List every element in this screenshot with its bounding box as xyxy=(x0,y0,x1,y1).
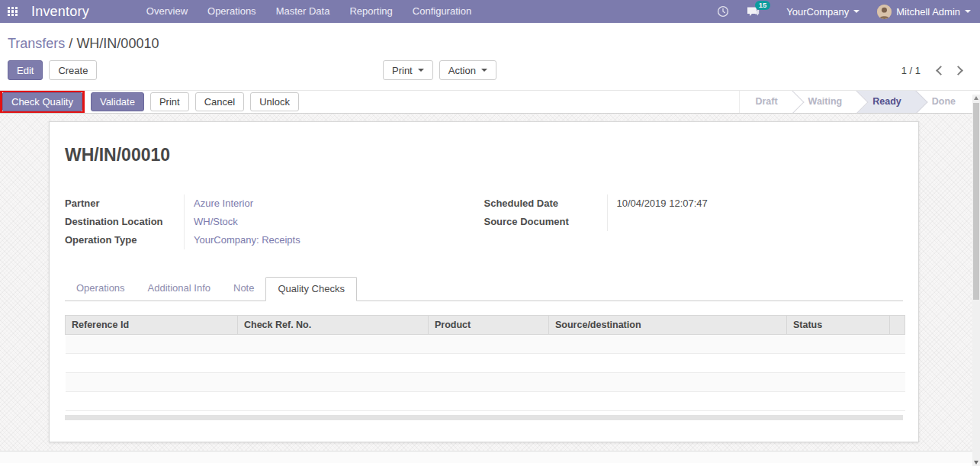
avatar xyxy=(877,5,892,19)
chevron-down-icon xyxy=(481,69,487,72)
app-menu: Overview Operations Master Data Reportin… xyxy=(137,0,481,23)
column-header-status[interactable]: Status xyxy=(787,316,890,335)
partner-link[interactable]: Azure Interior xyxy=(184,194,484,213)
page-vertical-scrollbar xyxy=(972,95,980,466)
pager-previous-icon[interactable] xyxy=(936,66,946,76)
menu-overview[interactable]: Overview xyxy=(137,0,198,23)
scheduled-date-value: 10/04/2019 12:07:47 xyxy=(607,194,904,213)
column-header-check-ref-no[interactable]: Check Ref. No. xyxy=(238,316,429,335)
print-dropdown-label: Print xyxy=(392,65,413,76)
table-horizontal-scrollbar[interactable] xyxy=(65,415,903,420)
field-scheduled-date: Scheduled Date 10/04/2019 12:07:47 xyxy=(484,194,904,213)
source-document-value xyxy=(607,213,904,231)
apps-grid-icon[interactable] xyxy=(8,7,18,17)
company-name: YourCompany xyxy=(786,6,849,18)
chevron-down-icon xyxy=(965,10,971,13)
field-label: Scheduled Date xyxy=(484,194,607,213)
pager-value: 1 / 1 xyxy=(901,65,921,76)
scrollbar-up-arrow-icon[interactable] xyxy=(974,96,978,100)
tab-quality-checks[interactable]: Quality Checks xyxy=(265,277,356,301)
status-draft: Draft xyxy=(740,91,792,113)
column-header-product[interactable]: Product xyxy=(429,316,549,335)
highlight-box: Check Quality xyxy=(0,90,85,114)
operation-type-link[interactable]: YourCompany: Receipts xyxy=(184,231,484,249)
breadcrumb-current: WH/IN/00010 xyxy=(76,36,159,51)
check-quality-button[interactable]: Check Quality xyxy=(2,92,82,111)
menu-reporting[interactable]: Reporting xyxy=(339,0,402,23)
tab-additional-info[interactable]: Additional Info xyxy=(137,277,222,301)
scrollbar-down-arrow-icon[interactable] xyxy=(974,461,978,464)
notebook-tabs: Operations Additional Info Note Quality … xyxy=(65,277,903,301)
quality-checks-table: Reference Id Check Ref. No. Product Sour… xyxy=(65,315,903,420)
company-switcher[interactable]: YourCompany xyxy=(786,6,860,18)
chevron-down-icon xyxy=(853,10,860,13)
table-row xyxy=(66,354,905,373)
print-button[interactable]: Print xyxy=(150,92,189,111)
table-row xyxy=(66,373,905,392)
breadcrumb-separator: / xyxy=(65,36,76,51)
breadcrumb: Transfers / WH/IN/00010 xyxy=(8,23,972,52)
status-pipeline: Draft Waiting Ready Done xyxy=(739,91,971,113)
navbar-right: 15 YourCompany Mitchell Admin xyxy=(717,5,971,19)
app-title[interactable]: Inventory xyxy=(31,4,89,20)
field-column-right: Scheduled Date 10/04/2019 12:07:47 Sourc… xyxy=(484,194,904,249)
field-label: Partner xyxy=(65,194,184,213)
validate-button[interactable]: Validate xyxy=(91,92,144,111)
table-row xyxy=(66,335,905,354)
user-menu[interactable]: Mitchell Admin xyxy=(877,5,971,19)
column-header-blank xyxy=(890,316,905,335)
actions-row: Edit Create Print Action 1 / 1 xyxy=(8,60,972,90)
menu-operations[interactable]: Operations xyxy=(198,0,266,23)
field-column-left: Partner Azure Interior Destination Locat… xyxy=(65,194,484,249)
field-destination-location: Destination Location WH/Stock xyxy=(65,213,484,231)
breadcrumb-transfers[interactable]: Transfers xyxy=(8,36,65,51)
chevron-down-icon xyxy=(418,69,424,72)
unlock-button[interactable]: Unlock xyxy=(250,92,299,111)
field-operation-type: Operation Type YourCompany: Receipts xyxy=(65,231,484,249)
form-statusbar: Check Quality Validate Print Cancel Unlo… xyxy=(0,90,980,114)
form-view-background: WH/IN/00010 Partner Azure Interior Desti… xyxy=(0,114,980,463)
field-source-document: Source Document xyxy=(484,213,904,231)
field-label: Source Document xyxy=(484,213,607,231)
control-panel: Transfers / WH/IN/00010 Edit Create Prin… xyxy=(0,23,980,90)
print-dropdown[interactable]: Print xyxy=(383,60,433,80)
column-header-reference-id[interactable]: Reference Id xyxy=(66,316,238,335)
record-title: WH/IN/00010 xyxy=(65,145,903,166)
pager: 1 / 1 xyxy=(901,65,972,76)
user-name: Mitchell Admin xyxy=(896,6,960,18)
action-dropdown-label: Action xyxy=(448,65,476,76)
statusbar-buttons: Check Quality Validate Print Cancel Unlo… xyxy=(0,90,299,114)
destination-location-link[interactable]: WH/Stock xyxy=(184,213,484,231)
center-actions: Print Action xyxy=(383,60,496,80)
activities-clock-icon[interactable] xyxy=(717,5,729,18)
tab-operations[interactable]: Operations xyxy=(65,277,137,301)
table-row xyxy=(66,392,905,411)
pager-next-icon[interactable] xyxy=(953,66,963,76)
create-button[interactable]: Create xyxy=(49,60,97,80)
scrollbar-thumb[interactable] xyxy=(973,103,979,300)
action-dropdown[interactable]: Action xyxy=(439,60,496,80)
column-header-source-destination[interactable]: Source/destination xyxy=(549,316,787,335)
top-navbar: Inventory Overview Operations Master Dat… xyxy=(0,0,980,23)
menu-master-data[interactable]: Master Data xyxy=(266,0,340,23)
tab-note[interactable]: Note xyxy=(222,277,265,301)
edit-button[interactable]: Edit xyxy=(8,60,43,80)
messages-icon[interactable]: 15 xyxy=(747,6,760,18)
table-header-row: Reference Id Check Ref. No. Product Sour… xyxy=(66,316,905,335)
menu-configuration[interactable]: Configuration xyxy=(403,0,481,23)
field-label: Operation Type xyxy=(65,231,184,249)
field-partner: Partner Azure Interior xyxy=(65,194,484,213)
chatter-area-top xyxy=(0,451,980,463)
field-label: Destination Location xyxy=(65,213,184,231)
field-groups: Partner Azure Interior Destination Locat… xyxy=(65,194,903,249)
cancel-button[interactable]: Cancel xyxy=(195,92,244,111)
message-count-badge: 15 xyxy=(755,1,771,11)
form-sheet: WH/IN/00010 Partner Azure Interior Desti… xyxy=(49,121,919,442)
